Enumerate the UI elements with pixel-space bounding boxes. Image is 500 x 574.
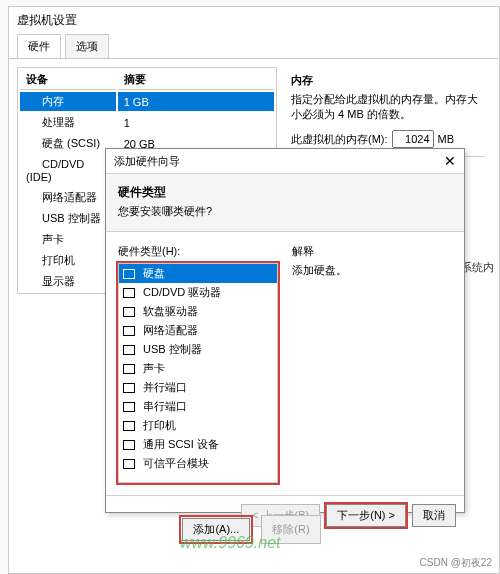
hw-icon bbox=[123, 288, 135, 298]
hardware-type-list[interactable]: 硬盘CD/DVD 驱动器软盘驱动器网络适配器USB 控制器声卡并行端口串行端口打… bbox=[118, 263, 278, 483]
device-icon bbox=[26, 193, 38, 203]
col-device: 设备 bbox=[20, 70, 116, 90]
device-icon bbox=[26, 256, 38, 266]
hw-icon bbox=[123, 402, 135, 412]
window-title: 虚拟机设置 bbox=[9, 7, 499, 34]
list-item[interactable]: 软盘驱动器 bbox=[119, 302, 277, 321]
device-icon bbox=[26, 97, 38, 107]
hw-icon bbox=[123, 345, 135, 355]
device-icon bbox=[26, 139, 38, 149]
list-item[interactable]: 硬盘 bbox=[119, 264, 277, 283]
tab-strip: 硬件 选项 bbox=[9, 34, 499, 59]
hw-icon bbox=[123, 326, 135, 336]
hw-list-label: 硬件类型(H): bbox=[118, 244, 278, 259]
memory-desc: 指定分配给此虚拟机的内存量。内存大小必须为 4 MB 的倍数。 bbox=[291, 92, 485, 122]
hw-icon bbox=[123, 383, 135, 393]
list-item[interactable]: 并行端口 bbox=[119, 378, 277, 397]
wizard-header-title: 硬件类型 bbox=[118, 184, 452, 201]
close-icon[interactable]: ✕ bbox=[444, 153, 456, 169]
list-item[interactable]: 串行端口 bbox=[119, 397, 277, 416]
explanation-label: 解释 bbox=[292, 244, 452, 259]
wizard-title: 添加硬件向导 bbox=[114, 154, 180, 169]
list-item[interactable]: 网络适配器 bbox=[119, 321, 277, 340]
hw-icon bbox=[123, 307, 135, 317]
list-item[interactable]: 可信平台模块 bbox=[119, 454, 277, 473]
list-item[interactable]: 打印机 bbox=[119, 416, 277, 435]
tab-hardware[interactable]: 硬件 bbox=[17, 34, 61, 58]
hw-icon bbox=[123, 440, 135, 450]
explanation-text: 添加硬盘。 bbox=[292, 263, 452, 278]
hw-icon bbox=[123, 421, 135, 431]
list-item[interactable]: 通用 SCSI 设备 bbox=[119, 435, 277, 454]
add-hardware-wizard: 添加硬件向导 ✕ 硬件类型 您要安装哪类硬件? 硬件类型(H): 硬盘CD/DV… bbox=[105, 148, 465, 513]
footer-credit: CSDN @初夜22 bbox=[420, 556, 492, 570]
hw-icon bbox=[123, 459, 135, 469]
device-icon bbox=[26, 161, 38, 171]
wizard-header-sub: 您要安装哪类硬件? bbox=[118, 204, 452, 219]
table-row[interactable]: 处理器1 bbox=[20, 113, 274, 132]
watermark: www.9969.net bbox=[180, 534, 281, 552]
list-item[interactable]: 声卡 bbox=[119, 359, 277, 378]
table-row[interactable]: 内存1 GB bbox=[20, 92, 274, 111]
device-icon bbox=[26, 118, 38, 128]
memory-label: 此虚拟机的内存(M): bbox=[291, 132, 388, 147]
device-icon bbox=[26, 235, 38, 245]
memory-title: 内存 bbox=[291, 73, 485, 88]
device-icon bbox=[26, 214, 38, 224]
tab-options[interactable]: 选项 bbox=[65, 34, 109, 58]
hw-icon bbox=[123, 269, 135, 279]
list-item[interactable]: USB 控制器 bbox=[119, 340, 277, 359]
col-summary: 摘要 bbox=[118, 70, 274, 90]
memory-input[interactable] bbox=[392, 130, 434, 148]
list-item[interactable]: CD/DVD 驱动器 bbox=[119, 283, 277, 302]
device-icon bbox=[26, 277, 38, 287]
hw-icon bbox=[123, 364, 135, 374]
memory-unit: MB bbox=[438, 133, 455, 145]
